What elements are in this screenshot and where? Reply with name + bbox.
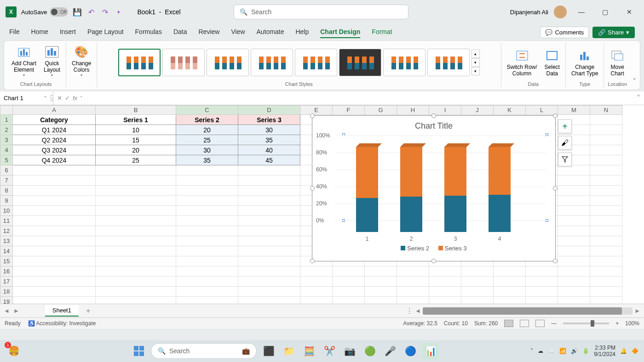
normal-view-button[interactable] [504, 320, 513, 327]
taskbar-clock[interactable]: 2:33 PM9/1/2024 [594, 345, 615, 358]
cell[interactable] [333, 297, 365, 304]
taskbar-excel[interactable]: 📊 [422, 343, 439, 359]
tab-formulas[interactable]: Formulas [135, 26, 162, 38]
cell[interactable] [558, 287, 590, 297]
cell[interactable] [365, 266, 397, 277]
autosave-toggle[interactable]: AutoSave Off [21, 7, 68, 17]
search-box[interactable]: 🔍 Search [234, 5, 408, 19]
cell[interactable] [238, 206, 300, 216]
name-box[interactable]: Chart 1˅ [0, 95, 51, 102]
qat-more-icon[interactable]: ▾ [114, 7, 123, 17]
chart-filter-button[interactable] [558, 153, 572, 166]
tab-view[interactable]: View [231, 26, 245, 38]
cell[interactable] [526, 297, 558, 304]
cell[interactable] [13, 206, 96, 216]
cell[interactable] [13, 236, 96, 246]
cell[interactable]: Q1 2024 [13, 125, 96, 135]
cell[interactable] [461, 277, 494, 287]
cell[interactable] [494, 297, 526, 304]
column-header[interactable]: D [238, 106, 300, 115]
chart-styles-button[interactable]: 🖌 [558, 136, 572, 150]
row-header[interactable]: 5 [0, 155, 13, 165]
cell[interactable]: Series 1 [96, 115, 176, 125]
cell[interactable] [176, 216, 238, 226]
cell[interactable] [96, 246, 176, 256]
row-header[interactable]: 6 [0, 165, 13, 175]
cell[interactable] [558, 206, 590, 216]
column-header[interactable]: A [13, 106, 96, 115]
fx-icon[interactable]: fx [73, 95, 77, 102]
cell[interactable] [300, 277, 333, 287]
close-button[interactable]: ✕ [620, 5, 638, 19]
switch-row-column-button[interactable]: Switch Row/ Column [505, 44, 539, 81]
cell[interactable] [461, 266, 494, 277]
cell[interactable] [397, 287, 429, 297]
column-header[interactable]: F [333, 106, 365, 115]
cell[interactable] [176, 226, 238, 236]
cell[interactable]: 45 [238, 155, 300, 165]
cell[interactable] [558, 175, 590, 186]
page-break-view-button[interactable] [535, 320, 545, 327]
chart-bar[interactable] [400, 143, 422, 232]
row-header[interactable]: 17 [0, 277, 13, 287]
start-button[interactable] [131, 343, 147, 359]
row-header[interactable]: 8 [0, 186, 13, 196]
sheet-tab[interactable]: Sheet1 [45, 305, 79, 317]
redo-icon[interactable]: ↷ [100, 7, 109, 17]
cell[interactable] [397, 297, 429, 304]
cell[interactable] [176, 287, 238, 297]
tray-app-icon[interactable]: 🔶 [632, 348, 638, 354]
chart-style-thumb[interactable] [162, 49, 205, 76]
row-header[interactable]: 4 [0, 145, 13, 155]
cell[interactable]: 25 [96, 155, 176, 165]
cell[interactable] [13, 246, 96, 256]
cell[interactable] [590, 287, 622, 297]
cell[interactable] [590, 175, 622, 186]
chart-legend[interactable]: Series 2Series 3 [312, 245, 555, 252]
cell[interactable] [590, 266, 622, 277]
cell[interactable] [429, 266, 461, 277]
cell[interactable] [365, 297, 397, 304]
change-colors-button[interactable]: 🎨 Change Colors ˅ [70, 44, 93, 81]
cell[interactable] [558, 297, 590, 304]
cell[interactable] [558, 266, 590, 277]
tray-onedrive-icon[interactable]: ☁ [538, 348, 543, 354]
cell[interactable] [176, 256, 238, 266]
cell[interactable]: Q3 2024 [13, 145, 96, 155]
cell[interactable] [96, 266, 176, 277]
cell[interactable] [238, 186, 300, 196]
row-header[interactable]: 9 [0, 196, 13, 206]
change-chart-type-button[interactable]: Change Chart Type [569, 44, 600, 81]
chart-object[interactable]: Chart Title 0%20%40%60%80%100%1234 Serie… [312, 115, 556, 261]
accessibility-status[interactable]: ♿ Accessibility: Investigate [28, 320, 96, 327]
quick-layout-button[interactable]: Quick Layout ˅ [42, 44, 62, 81]
zoom-out-button[interactable]: — [551, 320, 557, 327]
cell[interactable] [429, 297, 461, 304]
cell[interactable] [590, 277, 622, 287]
taskbar-weather-icon[interactable]: 🍔1 [6, 343, 22, 359]
cell[interactable] [365, 287, 397, 297]
cell[interactable] [13, 196, 96, 206]
cell[interactable] [238, 287, 300, 297]
column-header[interactable]: G [365, 106, 397, 115]
cell[interactable]: 15 [96, 135, 176, 145]
cell[interactable] [590, 216, 622, 226]
formula-expand-icon[interactable]: ˅ [633, 94, 644, 102]
row-header[interactable]: 14 [0, 246, 13, 256]
chart-styles-gallery[interactable]: ▴▾▾ [118, 44, 480, 81]
taskbar-spotify[interactable]: 🟢 [362, 343, 378, 359]
cell[interactable] [96, 175, 176, 186]
row-header[interactable]: 16 [0, 266, 13, 277]
cell[interactable] [176, 266, 238, 277]
cell[interactable] [176, 186, 238, 196]
enter-formula-icon[interactable]: ✓ [65, 95, 70, 102]
cell[interactable]: 20 [96, 145, 176, 155]
cell[interactable] [96, 196, 176, 206]
zoom-in-button[interactable]: + [615, 320, 619, 327]
cell[interactable] [590, 256, 622, 266]
cell[interactable] [365, 277, 397, 287]
cell[interactable] [590, 165, 622, 175]
cell[interactable]: Series 3 [238, 115, 300, 125]
chart-bar[interactable] [489, 143, 511, 232]
minimize-button[interactable]: — [572, 5, 591, 19]
